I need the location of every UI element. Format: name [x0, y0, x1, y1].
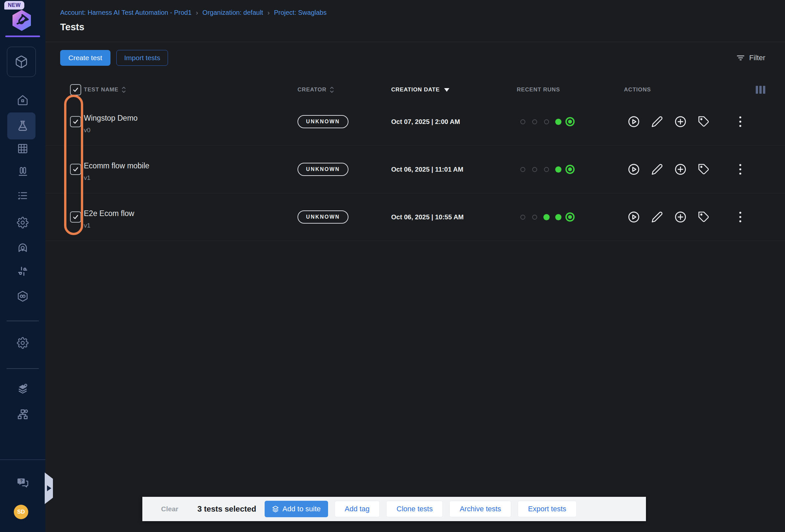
check-icon: [72, 118, 79, 125]
agent-icon: [17, 242, 29, 254]
recent-runs-indicator[interactable]: [517, 164, 624, 174]
sidebar: NEW: [0, 0, 45, 532]
row-checkbox[interactable]: [70, 164, 81, 175]
test-name-cell[interactable]: Wingstop Demo v0: [84, 114, 298, 134]
run-test-button[interactable]: [627, 162, 641, 177]
pills-icon: [17, 166, 29, 178]
sort-carets-icon: [329, 86, 334, 93]
sidebar-item-agents[interactable]: [16, 240, 30, 255]
add-tag-button[interactable]: Add tag: [335, 501, 380, 517]
sidebar-item-account-settings[interactable]: [16, 336, 30, 350]
test-version: v1: [84, 174, 298, 181]
column-header-creator[interactable]: CREATOR: [298, 86, 391, 93]
check-icon: [72, 213, 79, 221]
more-options-button[interactable]: [736, 164, 744, 175]
page-title: Tests: [60, 22, 785, 32]
breadcrumb-account-link[interactable]: Account: Harness AI Test Automation - Pr…: [60, 9, 192, 17]
test-version: v0: [84, 127, 298, 134]
sidebar-item-settings-project[interactable]: [16, 216, 30, 230]
page-header: Account: Harness AI Test Automation - Pr…: [45, 0, 785, 42]
pencil-icon: [651, 211, 663, 223]
row-actions: [624, 115, 765, 129]
edit-test-button[interactable]: [650, 210, 664, 224]
table-header: TEST NAME CREATOR CREATION DATE RECENT R…: [45, 81, 785, 98]
run-test-button[interactable]: [627, 115, 641, 129]
run-status-dot-none: [521, 167, 525, 172]
sidebar-item-pipelines[interactable]: [16, 289, 30, 303]
creation-date: Oct 06, 2025 | 11:01 AM: [391, 166, 517, 173]
creation-date: Oct 07, 2025 | 2:00 AM: [391, 118, 517, 126]
sidebar-item-runs[interactable]: [16, 164, 30, 179]
test-name-cell[interactable]: Ecomm flow mobile v1: [84, 161, 298, 181]
recent-runs-indicator[interactable]: [517, 117, 624, 127]
run-status-dot-passed: [555, 167, 561, 173]
run-status-dot-passed: [543, 214, 550, 220]
sort-carets-icon: [121, 86, 126, 93]
sidebar-item-integrations[interactable]: [16, 264, 30, 278]
flask-icon: [17, 120, 29, 132]
row-checkbox[interactable]: [70, 211, 81, 223]
tag-button[interactable]: [697, 115, 711, 129]
export-tests-button[interactable]: Export tests: [518, 501, 576, 517]
clear-selection-button[interactable]: Clear: [161, 505, 178, 513]
slack-icon: [17, 265, 29, 277]
create-test-button[interactable]: Create test: [60, 50, 110, 66]
sidebar-item-help[interactable]: ?: [16, 475, 30, 489]
sidebar-item-org-structure[interactable]: [16, 407, 30, 422]
sidebar-item-resources[interactable]: [16, 382, 30, 396]
breadcrumb-org-link[interactable]: Organization: default: [202, 9, 263, 17]
add-to-suite-bar-button[interactable]: Add to suite: [264, 501, 328, 517]
filter-label: Filter: [749, 54, 765, 62]
gear-icon: [17, 217, 29, 229]
edit-test-button[interactable]: [650, 115, 664, 129]
column-selector-icon[interactable]: [756, 86, 765, 94]
chevron-right-icon: [47, 485, 51, 491]
edit-test-button[interactable]: [650, 162, 664, 177]
filter-button[interactable]: Filter: [736, 54, 765, 62]
more-options-button[interactable]: [736, 117, 744, 127]
column-header-creation-date[interactable]: CREATION DATE: [391, 86, 517, 93]
plus-circle-icon: [674, 116, 687, 128]
column-header-actions: ACTIONS: [624, 86, 765, 94]
more-options-button[interactable]: [736, 212, 744, 222]
add-to-suite-button[interactable]: [673, 210, 688, 224]
sidebar-item-checklist[interactable]: [16, 188, 30, 203]
product-logo-icon[interactable]: [11, 9, 32, 32]
test-name[interactable]: Wingstop Demo: [84, 114, 298, 123]
user-avatar[interactable]: SD: [14, 505, 28, 519]
row-checkbox[interactable]: [70, 116, 81, 127]
sidebar-item-tests[interactable]: [16, 119, 30, 133]
add-to-suite-button[interactable]: [673, 162, 688, 177]
column-header-test-name[interactable]: TEST NAME: [84, 86, 298, 93]
tag-button[interactable]: [697, 162, 711, 177]
select-all-checkbox[interactable]: [70, 84, 81, 95]
table-row: Ecomm flow mobile v1 UNKNOWN Oct 06, 202…: [45, 146, 785, 193]
creation-date: Oct 06, 2025 | 10:55 AM: [391, 213, 517, 221]
test-name[interactable]: E2e Ecom flow: [84, 209, 298, 218]
recent-runs-indicator[interactable]: [517, 212, 624, 222]
new-badge: NEW: [4, 1, 24, 9]
sidebar-divider: [6, 321, 39, 321]
tag-button[interactable]: [697, 210, 711, 224]
layers-icon: [272, 505, 279, 513]
tests-page: { "sidebar": { "new_badge": "NEW", "avat…: [0, 0, 785, 532]
test-version: v1: [84, 222, 298, 229]
import-tests-button[interactable]: Import tests: [117, 50, 168, 66]
breadcrumb-project-link[interactable]: Project: Swaglabs: [274, 9, 326, 17]
check-icon: [72, 86, 79, 93]
module-selector-button[interactable]: [7, 47, 36, 77]
home-icon: [17, 94, 29, 106]
toolbar: Create test Import tests Filter: [60, 50, 765, 66]
column-header-recent-runs: RECENT RUNS: [517, 86, 624, 93]
run-test-button[interactable]: [627, 210, 641, 224]
test-name[interactable]: Ecomm flow mobile: [84, 161, 298, 170]
run-status-dot-none: [532, 167, 537, 172]
archive-tests-button[interactable]: Archive tests: [449, 501, 511, 517]
test-name-cell[interactable]: E2e Ecom flow v1: [84, 209, 298, 229]
check-icon: [72, 166, 79, 173]
clone-tests-button[interactable]: Clone tests: [386, 501, 443, 517]
sidebar-item-home[interactable]: [16, 93, 30, 107]
add-to-suite-button[interactable]: [673, 115, 688, 129]
run-status-dot-passed-ring: [568, 215, 572, 219]
sidebar-item-grid[interactable]: [16, 142, 30, 156]
